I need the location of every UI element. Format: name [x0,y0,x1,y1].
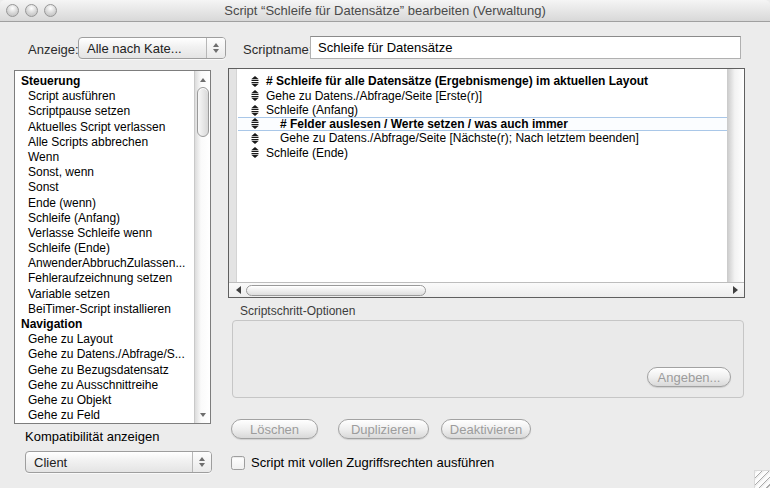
compatibility-popup[interactable]: Client [25,451,212,473]
list-item[interactable]: Script ausführen [15,89,194,104]
list-item[interactable]: Aktuelles Script verlassen [15,120,194,135]
script-step-text: # Felder auslesen / Werte setzen / was a… [266,117,568,131]
script-steps-list: SteuerungScript ausführenScriptpause set… [14,70,211,424]
titlebar[interactable]: Script “Schleife für Datensätze” bearbei… [0,0,770,22]
list-item[interactable]: Scriptpause setzen [15,104,194,119]
list-category[interactable]: Navigation [15,317,194,332]
list-item[interactable]: Gehe zu Datens./Abfrage/S... [15,347,194,362]
anzeige-label: Anzeige: [28,42,79,57]
list-item[interactable]: AnwenderAbbruchZulassen... [15,256,194,271]
list-item[interactable]: Ende (wenn) [15,196,194,211]
script-step-row[interactable]: Schleife (Ende) [238,146,727,161]
script-step-text: Gehe zu Datens./Abfrage/Seite [Nächste(r… [266,131,639,145]
list-item[interactable]: Schleife (Anfang) [15,211,194,226]
list-item[interactable]: Variable setzen [15,287,194,302]
script-horizontal-scrollbar[interactable] [229,282,744,297]
popup-stepper-icon [192,452,211,472]
list-category[interactable]: Steuerung [15,74,194,89]
list-item[interactable]: Gehe zu Ausschnittreihe [15,378,194,393]
list-item[interactable]: Gehe zu Bezugsdatensatz [15,363,194,378]
drag-handle-icon[interactable] [251,118,259,129]
list-item[interactable]: Gehe zu Objekt [15,393,194,408]
full-access-checkbox[interactable] [231,456,245,470]
drag-handle-icon[interactable] [251,147,259,158]
list-item[interactable]: Fehleraufzeichnung setzen [15,271,194,286]
list-item[interactable]: Sonst [15,180,194,195]
list-item[interactable]: BeiTimer-Script installieren [15,302,194,317]
script-step-text: Schleife (Anfang) [266,103,358,117]
scroll-left-icon[interactable] [231,283,245,297]
script-step-row[interactable]: Gehe zu Datens./Abfrage/Seite [Nächste(r… [238,131,727,146]
drag-handle-icon[interactable] [251,105,259,116]
anzeige-popup-value: Alle nach Kate... [79,41,206,56]
options-panel: Angeben... [232,320,744,398]
list-vertical-scrollbar[interactable] [194,71,210,423]
script-vertical-scrollbar[interactable] [727,69,744,282]
list-item[interactable]: Sonst, wenn [15,165,194,180]
script-lines: # Schleife für alle Datensätze (Ergebnis… [238,74,727,160]
list-scrollbar-thumb[interactable] [197,87,209,137]
full-access-row: Script mit vollen Zugriffsrechten ausfüh… [231,455,494,470]
script-step-row[interactable]: # Schleife für alle Datensätze (Ergebnis… [238,74,727,89]
script-editor: # Schleife für alle Datensätze (Ergebnis… [228,68,745,298]
scriptname-label: Scriptname: [243,42,312,57]
script-step-row[interactable]: # Felder auslesen / Werte setzen / was a… [238,117,727,132]
h-scrollbar-thumb[interactable] [246,285,426,296]
script-editor-gutter [229,69,237,282]
window-title: Script “Schleife für Datensätze” bearbei… [0,0,770,22]
list-item[interactable]: Wenn [15,150,194,165]
options-panel-label: Scriptschritt-Optionen [240,304,355,318]
list-item[interactable]: Alle Scripts abbrechen [15,135,194,150]
list-item[interactable]: Gehe zu Layout [15,332,194,347]
scroll-up-icon[interactable] [195,73,210,86]
script-step-text: # Schleife für alle Datensätze (Ergebnis… [266,74,648,88]
script-steps-items: SteuerungScript ausführenScriptpause set… [15,71,194,423]
drag-handle-icon[interactable] [251,76,259,87]
anzeige-popup[interactable]: Alle nach Kate... [78,37,226,59]
list-item[interactable]: Verlasse Schleife wenn [15,226,194,241]
deactivate-button[interactable]: Deaktivieren [441,419,531,439]
angeben-button[interactable]: Angeben... [647,367,731,387]
script-step-text: Gehe zu Datens./Abfrage/Seite [Erste(r)] [266,89,482,103]
scroll-right-icon[interactable] [728,283,742,297]
script-edit-window: Script “Schleife für Datensätze” bearbei… [0,0,770,488]
list-item[interactable]: Gehe zu Feld [15,408,194,423]
script-step-row[interactable]: Gehe zu Datens./Abfrage/Seite [Erste(r)] [238,89,727,104]
script-step-text: Schleife (Ende) [266,146,348,160]
script-step-row[interactable]: Schleife (Anfang) [238,103,727,118]
compatibility-label: Kompatibilität anzeigen [25,429,159,444]
popup-stepper-icon [206,38,225,58]
delete-button[interactable]: Löschen [231,419,318,439]
full-access-label[interactable]: Script mit vollen Zugriffsrechten ausfüh… [251,455,494,470]
drag-handle-icon[interactable] [251,133,259,144]
duplicate-button[interactable]: Duplizieren [338,419,429,439]
list-item[interactable]: Schleife (Ende) [15,241,194,256]
scroll-down-icon[interactable] [195,408,210,421]
scriptname-input[interactable] [310,36,741,59]
compatibility-popup-value: Client [26,455,192,470]
resize-grip-icon[interactable] [754,470,770,488]
drag-handle-icon[interactable] [251,90,259,101]
